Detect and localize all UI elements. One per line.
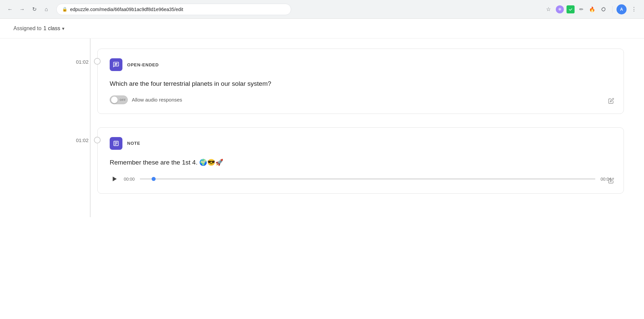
browser-chrome: ← → ↻ ⌂ 🔒 edpuzzle.com/media/66faa09b1ac…	[0, 0, 644, 19]
timeline-block-1: 01:02 OPEN-ENDED Which are the fo	[0, 49, 644, 127]
toggle-thumb	[111, 97, 118, 103]
time-label-1: 01:02	[76, 59, 89, 64]
profile-button[interactable]: A	[616, 4, 627, 14]
audio-progress-track[interactable]	[140, 178, 595, 180]
timeline-dot-2	[94, 137, 101, 143]
snowflake-extension-icon[interactable]: ❄	[556, 5, 564, 13]
timeline-left-1: 01:02	[0, 49, 97, 65]
toggle-row: OFF Allow audio responses	[110, 95, 611, 104]
address-bar[interactable]: 🔒 edpuzzle.com/media/66faa09b1ac9df8d1e9…	[56, 4, 291, 15]
toggle-track: OFF	[110, 95, 128, 104]
note-card: NOTE Remember these are the 1st 4. 🌍😎🚀 0…	[97, 127, 624, 194]
chat-icon	[113, 61, 119, 68]
assigned-to-prefix: Assigned to	[13, 25, 42, 31]
audio-responses-label: Allow audio responses	[132, 97, 182, 103]
note-label: NOTE	[127, 141, 140, 146]
svg-rect-2	[115, 143, 117, 144]
card-2-container: NOTE Remember these are the 1st 4. 🌍😎🚀 0…	[97, 127, 644, 201]
svg-rect-3	[115, 144, 116, 145]
top-bar: Assigned to 1 class ▾	[0, 19, 644, 39]
assigned-to-value: 1 class	[44, 25, 60, 31]
star-button[interactable]: ☆	[544, 5, 553, 14]
assigned-to-button[interactable]: Assigned to 1 class ▾	[13, 25, 631, 31]
url-text: edpuzzle.com/media/66faa09b1ac9df8d1e96e…	[70, 7, 285, 12]
card-1-container: OPEN-ENDED Which are the four terrestria…	[97, 49, 644, 121]
reload-button[interactable]: ↻	[30, 5, 39, 14]
note-icon	[113, 140, 119, 147]
svg-rect-0	[568, 7, 573, 12]
pencil-icon-2	[608, 178, 614, 184]
chevron-down-icon: ▾	[62, 26, 64, 31]
page-content: Assigned to 1 class ▾ 01:02	[0, 19, 644, 319]
toggle-off-label: OFF	[119, 98, 126, 102]
time-label-2: 01:02	[76, 137, 89, 143]
green-extension-icon[interactable]	[567, 5, 575, 13]
home-button[interactable]: ⌂	[42, 5, 51, 14]
card-1-header: OPEN-ENDED	[110, 58, 611, 71]
pencil-extension-icon[interactable]: ✏	[577, 5, 585, 13]
note-text: Remember these are the 1st 4. 🌍😎🚀	[110, 158, 611, 168]
open-ended-label: OPEN-ENDED	[127, 62, 159, 67]
timeline-dot-1	[94, 58, 101, 65]
edit-button-2[interactable]	[607, 176, 615, 187]
browser-actions: ☆ ❄ ✏ 🔥 A ⋮	[544, 4, 639, 14]
open-ended-type-icon	[110, 58, 122, 71]
audio-player: 00:00 00:04	[110, 174, 611, 184]
fire-extension-icon[interactable]: 🔥	[588, 5, 596, 13]
forward-button[interactable]: →	[17, 5, 27, 14]
menu-button[interactable]: ⋮	[629, 5, 639, 14]
divider	[612, 6, 612, 13]
audio-progress-dot	[152, 177, 156, 181]
card-2-header: NOTE	[110, 137, 611, 150]
pencil-icon-1	[608, 98, 614, 104]
open-ended-question: Which are the four terrestrial planets i…	[110, 79, 611, 89]
play-button[interactable]	[110, 174, 120, 184]
back-button[interactable]: ←	[5, 5, 15, 14]
svg-rect-1	[115, 142, 117, 142]
edit-button-1[interactable]	[607, 97, 615, 107]
note-type-icon	[110, 137, 122, 150]
open-ended-card: OPEN-ENDED Which are the four terrestria…	[97, 49, 624, 114]
audio-responses-toggle[interactable]: OFF	[110, 95, 128, 104]
timeline-left-2: 01:02	[0, 127, 97, 143]
extensions-button[interactable]	[599, 5, 608, 14]
timeline-block-2: 01:02 NOTE	[0, 127, 644, 207]
lock-icon: 🔒	[62, 7, 67, 12]
main-area: 01:02 OPEN-ENDED Which are the fo	[0, 39, 644, 217]
play-icon	[113, 177, 117, 181]
audio-time-start: 00:00	[124, 177, 136, 182]
